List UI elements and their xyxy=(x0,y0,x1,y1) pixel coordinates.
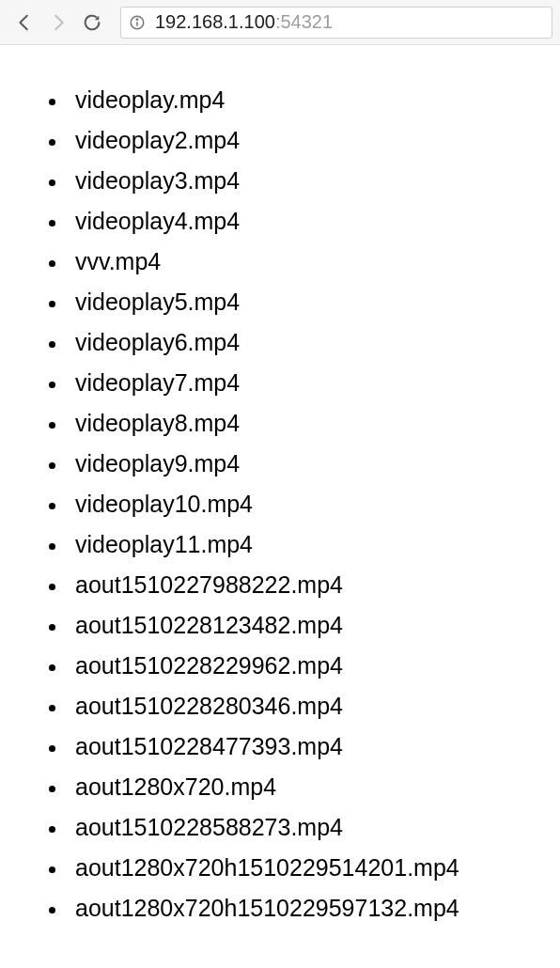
file-link[interactable]: aout1510228477393.mp4 xyxy=(68,733,343,759)
file-link[interactable]: videoplay10.mp4 xyxy=(68,491,253,517)
file-link[interactable]: videoplay7.mp4 xyxy=(68,369,240,396)
file-link[interactable]: videoplay3.mp4 xyxy=(68,167,240,194)
url-host: 192.168.1.100 xyxy=(155,11,275,33)
svg-point-2 xyxy=(136,19,137,20)
file-link[interactable]: aout1510228123482.mp4 xyxy=(68,612,343,638)
file-link[interactable]: aout1510227988222.mp4 xyxy=(68,571,343,598)
url-port: :54321 xyxy=(275,11,333,33)
file-link[interactable]: vvv.mp4 xyxy=(68,248,161,274)
list-item: vvv.mp4 xyxy=(68,241,537,281)
list-item: videoplay2.mp4 xyxy=(68,119,537,160)
list-item: videoplay8.mp4 xyxy=(68,402,537,443)
list-item: aout1510228123482.mp4 xyxy=(68,604,537,645)
file-link[interactable]: videoplay2.mp4 xyxy=(68,127,240,153)
file-link[interactable]: aout1510228588273.mp4 xyxy=(68,814,343,840)
file-link[interactable]: aout1280x720.mp4 xyxy=(68,773,276,800)
content-area: videoplay.mp4videoplay2.mp4videoplay3.mp… xyxy=(0,45,560,928)
list-item: aout1510228588273.mp4 xyxy=(68,806,537,847)
list-item: aout1510227988222.mp4 xyxy=(68,564,537,604)
browser-toolbar: 192.168.1.100:54321 xyxy=(0,0,560,45)
file-link[interactable]: videoplay4.mp4 xyxy=(68,208,240,234)
file-link[interactable]: aout1510228229962.mp4 xyxy=(68,652,343,679)
file-link[interactable]: videoplay9.mp4 xyxy=(68,450,240,476)
list-item: videoplay9.mp4 xyxy=(68,443,537,483)
file-link[interactable]: aout1510228280346.mp4 xyxy=(68,693,343,719)
list-item: videoplay4.mp4 xyxy=(68,200,537,241)
list-item: aout1280x720h1510229514201.mp4 xyxy=(68,847,537,887)
list-item: aout1280x720h1510229597132.mp4 xyxy=(68,887,537,928)
address-bar[interactable]: 192.168.1.100:54321 xyxy=(120,7,552,39)
list-item: aout1510228477393.mp4 xyxy=(68,726,537,766)
back-button[interactable] xyxy=(8,6,41,39)
file-link[interactable]: videoplay.mp4 xyxy=(68,86,225,113)
list-item: videoplay10.mp4 xyxy=(68,483,537,523)
list-item: videoplay5.mp4 xyxy=(68,281,537,321)
forward-button[interactable] xyxy=(41,6,75,39)
file-link[interactable]: videoplay6.mp4 xyxy=(68,329,240,355)
file-list: videoplay.mp4videoplay2.mp4videoplay3.mp… xyxy=(45,79,537,928)
list-item: aout1510228280346.mp4 xyxy=(68,685,537,726)
file-link[interactable]: videoplay11.mp4 xyxy=(68,531,253,557)
list-item: videoplay6.mp4 xyxy=(68,321,537,362)
list-item: videoplay3.mp4 xyxy=(68,160,537,200)
info-icon[interactable] xyxy=(129,14,146,31)
list-item: aout1510228229962.mp4 xyxy=(68,645,537,685)
list-item: videoplay11.mp4 xyxy=(68,523,537,564)
file-link[interactable]: videoplay8.mp4 xyxy=(68,410,240,436)
list-item: aout1280x720.mp4 xyxy=(68,766,537,806)
file-link[interactable]: aout1280x720h1510229514201.mp4 xyxy=(68,854,459,881)
file-link[interactable]: aout1280x720h1510229597132.mp4 xyxy=(68,895,459,921)
list-item: videoplay.mp4 xyxy=(68,79,537,119)
file-link[interactable]: videoplay5.mp4 xyxy=(68,289,240,315)
list-item: videoplay7.mp4 xyxy=(68,362,537,402)
reload-button[interactable] xyxy=(75,6,109,39)
